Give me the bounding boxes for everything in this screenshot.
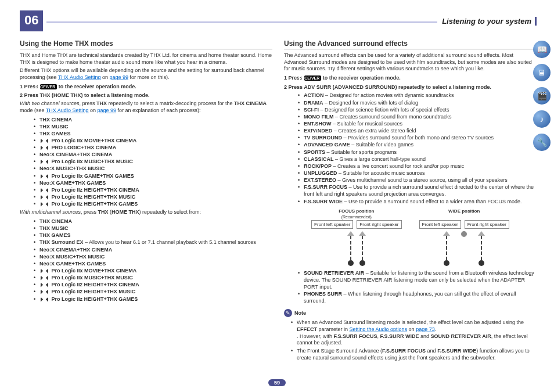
list-item: ACTION – Designed for action movies with…: [298, 92, 537, 99]
link-thx-audio[interactable]: THX Audio Setting: [58, 74, 101, 80]
list-item: EXPANDED – Creates an extra wide stereo …: [298, 127, 537, 134]
list-item: Neo:X GAME+THX GAMES: [34, 179, 272, 186]
wide-diagram: WIDE position Front left speaker Front r…: [419, 208, 509, 266]
list-item: THX CINEMA: [34, 116, 272, 123]
note-list: When an Advanced Surround listening mode…: [284, 319, 537, 361]
page-number: 59: [268, 379, 286, 386]
left-step1: 1 Press RECEIVER to the receiver operati…: [20, 84, 272, 91]
list-item: ⏵⏴ Pro Logic IIx MOVIE+THX CINEMA: [34, 137, 272, 144]
nav-music-icon[interactable]: ♪: [533, 110, 551, 128]
header-title: Listening to your system: [442, 17, 537, 26]
list-item: UNPLUGGED – Suitable for acoustic music …: [298, 170, 537, 177]
list-item: ⏵⏴ Pro Logic IIz HEIGHT+THX GAMES: [34, 296, 272, 303]
list-item: THX MUSIC: [34, 225, 272, 232]
list-item: Neo:X CINEMA+THX CINEMA: [34, 151, 272, 158]
chapter-number: 06: [20, 10, 43, 31]
link-page73[interactable]: page 73: [416, 326, 435, 332]
list-item: ⏵⏴ Pro Logic IIx MOVIE+THX CINEMA: [34, 267, 272, 274]
right-step1: 1 Press RECEIVER to the receiver operati…: [284, 75, 537, 82]
list-item: THX CINEMA: [34, 218, 272, 225]
page-header: 06 Listening to your system: [20, 10, 537, 31]
list-item: ⏵⏴ Pro Logic IIx MUSIC+THX MUSIC: [34, 274, 272, 281]
left-heading: Using the Home THX modes: [20, 39, 272, 49]
list-item: ⏵⏴ Pro Logic IIz HEIGHT+THX MUSIC: [34, 193, 272, 200]
list-item: ⏵⏴ Pro Logic IIz HEIGHT+THX CINEMA: [34, 186, 272, 193]
nav-movie-icon[interactable]: 🎬: [533, 87, 551, 105]
note-item: When an Advanced Surround listening mode…: [291, 319, 537, 347]
nav-setup-icon[interactable]: 🔧: [533, 134, 551, 151]
list-item: EXT.STEREO – Gives multichannel sound to…: [298, 177, 537, 184]
list-item: SPORTS – Suitable for sports programs: [298, 149, 537, 156]
note-item: The Front Stage Surround Advance (F.S.SU…: [291, 348, 537, 361]
list-item: DRAMA – Designed for movies with lots of…: [298, 99, 537, 106]
list-item: ⏵⏴ PRO LOGIC+THX CINEMA: [34, 144, 272, 151]
list-item: THX GAMES: [34, 232, 272, 239]
link-thx-audio2[interactable]: THX Audio Setting: [46, 107, 89, 113]
adv-surround-list: ACTION – Designed for action movies with…: [284, 92, 537, 204]
list-item: CLASSICAL – Gives a large concert hall-t…: [298, 156, 537, 163]
right-heading: Using the Advanced surround effects: [284, 39, 537, 49]
left-column: Using the Home THX modes THX and Home TH…: [20, 39, 272, 386]
list-item: THX Surround EX – Allows you to hear 6.1…: [34, 239, 272, 246]
list-item: THX MUSIC: [34, 123, 272, 130]
list-item: ⏵⏴ Pro Logic IIx GAME+THX GAMES: [34, 172, 272, 179]
list-item: ENT.SHOW – Suitable for musical sources: [298, 120, 537, 127]
nav-manual-icon[interactable]: 📖: [533, 41, 551, 58]
header-rule: [46, 21, 437, 23]
list-item: Neo:X MUSIC+THX MUSIC: [34, 165, 272, 172]
left-step2: 2 Press THX (HOME THX) to select a liste…: [20, 92, 272, 99]
side-nav-icons: 📖 🖥 🎬 ♪ 🔧: [533, 41, 551, 151]
list-item: SCI-FI – Designed for science fiction wi…: [298, 106, 537, 113]
left-intro1: THX and Home THX are technical standards…: [20, 52, 272, 66]
right-step2: 2 Press ADV SURR (ADVANCED SURROUND) rep…: [284, 84, 537, 91]
list-item: ⏵⏴ Pro Logic IIx MUSIC+THX MUSIC: [34, 158, 272, 165]
list-item: SOUND RETRIEVER AIR – Suitable for liste…: [298, 269, 537, 290]
list-item: ⏵⏴ Pro Logic IIz HEIGHT+THX CINEMA: [34, 281, 272, 288]
list-item: F.S.SURR FOCUS – Use to provide a rich s…: [298, 184, 537, 197]
list-item: F.S.SURR WIDE – Use to provide a surroun…: [298, 198, 537, 205]
thx-list-twoch: THX CINEMATHX MUSICTHX GAMES⏵⏴ Pro Logic…: [20, 116, 272, 208]
list-item: PHONES SURR – When listening through hea…: [298, 290, 537, 304]
list-item: ADVANCED GAME – Suitable for video games: [298, 141, 537, 148]
list-item: ROCK/POP – Creates a live concert sound …: [298, 163, 537, 170]
focus-diagram: FOCUS position (Recommended) Front left …: [311, 208, 401, 266]
list-item: Neo:X GAME+THX GAMES: [34, 260, 272, 267]
receiver-badge: RECEIVER: [304, 75, 322, 81]
speaker-diagram: FOCUS position (Recommended) Front left …: [284, 208, 537, 266]
list-item: Neo:X CINEMA+THX CINEMA: [34, 246, 272, 253]
left-multi-note: With multichannel sources, press THX (HO…: [20, 209, 272, 216]
list-item: MONO FILM – Creates surround sound from …: [298, 113, 537, 120]
link-audio-options[interactable]: Setting the Audio options: [350, 326, 408, 332]
list-item: ⏵⏴ Pro Logic IIz HEIGHT+THX GAMES: [34, 200, 272, 207]
receiver-badge: RECEIVER: [40, 84, 57, 89]
list-item: THX GAMES: [34, 130, 272, 137]
thx-list-multi: THX CINEMATHX MUSICTHX GAMESTHX Surround…: [20, 218, 272, 303]
list-item: ⏵⏴ Pro Logic IIz HEIGHT+THX MUSIC: [34, 288, 272, 295]
right-intro: The Advanced surround effects can be use…: [284, 52, 537, 73]
list-item: TV SURROUND – Provides surround sound fo…: [298, 134, 537, 141]
list-item: Neo:X MUSIC+THX MUSIC: [34, 253, 272, 260]
nav-device-icon[interactable]: 🖥: [533, 64, 551, 81]
note-icon: ✎: [284, 309, 292, 317]
link-page99[interactable]: page 99: [109, 74, 128, 80]
note-header: ✎ Note: [284, 309, 537, 317]
link-page99b[interactable]: page 99: [97, 107, 116, 113]
left-intro2: Different THX options will be available …: [20, 67, 272, 81]
right-column: Using the Advanced surround effects The …: [284, 39, 537, 386]
adv-surround-list2: SOUND RETRIEVER AIR – Suitable for liste…: [284, 269, 537, 305]
left-twoch-note: With two channel sources, press THX repe…: [20, 100, 272, 114]
